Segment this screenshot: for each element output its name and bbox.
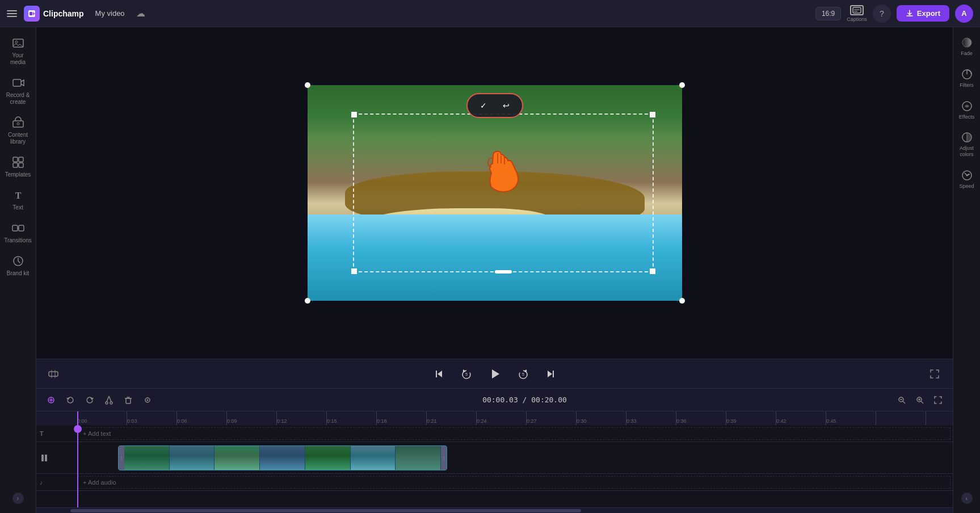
timeline-timecode: 00:00.03 / 00:20.00	[159, 396, 890, 404]
outer-handle-tl[interactable]	[305, 82, 310, 88]
cursor-hand	[483, 142, 523, 193]
svg-point-44	[147, 399, 149, 401]
timeline-cut-button[interactable]	[101, 392, 117, 408]
forward-5-button[interactable]: 5	[513, 364, 533, 384]
clip-handle-left[interactable]: ⋮	[119, 446, 124, 470]
record-icon	[11, 76, 25, 90]
timeline-delete-button[interactable]	[120, 392, 136, 408]
crop-confirm-button[interactable]: ✓	[476, 98, 491, 113]
timeline-fit-button[interactable]	[930, 392, 946, 408]
sidebar-label-text: Text	[12, 204, 23, 211]
svg-marker-36	[90, 398, 94, 400]
track-pause-icon[interactable]	[40, 453, 49, 462]
sidebar-item-templates[interactable]: Templates	[2, 151, 34, 183]
sidebar-item-your-media[interactable]: Your media	[2, 32, 34, 70]
add-audio-button[interactable]: + Add audio	[78, 476, 950, 489]
svg-rect-9	[13, 121, 23, 127]
svg-rect-11	[13, 157, 18, 162]
outer-handle-br[interactable]	[679, 298, 685, 304]
clip-handle-right[interactable]: ⋮	[441, 446, 447, 470]
sidebar-item-brand-kit[interactable]: Brand kit	[2, 250, 34, 281]
svg-point-38	[110, 402, 112, 404]
fullscreen-button[interactable]	[926, 365, 944, 383]
svg-point-37	[106, 402, 108, 404]
help-button[interactable]: ?	[873, 5, 891, 23]
playback-left	[45, 366, 61, 382]
app-name: Clipchamp	[43, 9, 84, 18]
sidebar-label-record-create: Record & create	[5, 92, 32, 106]
timeline-scrollbar[interactable]	[36, 507, 953, 513]
right-tool-effects[interactable]: Effects	[956, 95, 978, 125]
svg-rect-41	[126, 398, 131, 403]
sidebar-item-transitions[interactable]: Transitions	[2, 217, 34, 249]
topbar-left: Clipchamp My video ☁	[7, 6, 809, 22]
outer-handle-tr[interactable]	[679, 82, 685, 88]
export-button[interactable]: Export	[897, 5, 949, 22]
center-area: ✓ ↩	[36, 27, 953, 513]
play-button[interactable]	[483, 363, 506, 385]
crop-reset-button[interactable]: ↩	[498, 98, 514, 113]
timeline-area: 00:00.03 / 00:20.00	[36, 388, 953, 513]
timeline-redo-button[interactable]	[82, 392, 98, 408]
colors-label: Adjust colors	[958, 145, 976, 158]
timeline-magnetize-button[interactable]	[43, 392, 59, 408]
speed-label: Speed	[959, 183, 974, 190]
right-tool-filters[interactable]: Filters	[956, 64, 978, 93]
transitions-icon	[11, 221, 25, 235]
trim-button[interactable]	[45, 366, 61, 382]
captions-button[interactable]: Captions	[847, 5, 867, 22]
right-tool-fade[interactable]: Fade	[956, 32, 978, 61]
svg-rect-12	[19, 157, 23, 162]
sidebar-item-record-create[interactable]: Record & create	[2, 72, 34, 110]
sidebar-expand-button[interactable]: ›	[12, 493, 24, 504]
svg-rect-1	[30, 12, 32, 15]
svg-line-39	[107, 396, 109, 402]
effects-label: Effects	[959, 114, 974, 120]
outer-handle-bl[interactable]	[305, 298, 310, 304]
svg-marker-32	[548, 371, 552, 377]
user-avatar[interactable]: A	[955, 5, 973, 23]
video-clip[interactable]: ⋮ ⋮	[118, 445, 447, 470]
fade-label: Fade	[961, 51, 973, 57]
video-title[interactable]: My video	[90, 7, 131, 20]
svg-rect-13	[13, 163, 18, 167]
timeline-zoom-in-button[interactable]	[912, 392, 928, 408]
rewind-5-button[interactable]: 5	[456, 364, 477, 384]
svg-marker-25	[438, 371, 442, 377]
add-text-button[interactable]: + Add text	[78, 427, 950, 440]
video-water	[308, 215, 682, 301]
filters-icon	[961, 68, 973, 81]
svg-rect-14	[19, 163, 23, 167]
timeline-playhead	[77, 411, 78, 425]
export-icon	[906, 10, 914, 18]
svg-point-54	[962, 38, 971, 47]
svg-line-40	[109, 396, 111, 402]
svg-rect-3	[853, 7, 861, 13]
timeline-zoom-out-button[interactable]	[894, 392, 910, 408]
right-tool-adjust-colors[interactable]: Adjust colors	[956, 127, 978, 162]
audio-track-row: ♪ + Add audio	[36, 474, 953, 491]
logo-icon	[24, 6, 40, 22]
topbar-right: 16:9 Captions ? Export A	[815, 5, 973, 23]
aspect-ratio-badge[interactable]: 16:9	[815, 7, 841, 20]
text-track-row: T + Add text	[36, 425, 953, 442]
timeline-undo-button[interactable]	[62, 392, 78, 408]
sidebar-item-content-library[interactable]: Content library	[2, 111, 34, 150]
timeline-scrollbar-thumb[interactable]	[70, 509, 581, 512]
skip-back-button[interactable]	[429, 364, 449, 384]
effects-icon	[961, 100, 973, 112]
speed-icon	[961, 169, 973, 182]
main-area: Your media Record & create Content libr	[0, 27, 980, 513]
right-sidebar-collapse[interactable]: ‹	[961, 493, 973, 504]
cloud-sync-icon: ☁	[136, 8, 145, 19]
sidebar-label-brand-kit: Brand kit	[7, 270, 29, 277]
playback-controls: 5 5	[36, 359, 953, 388]
timeline-audio-button[interactable]	[140, 392, 155, 408]
svg-rect-17	[19, 225, 24, 231]
skip-forward-button[interactable]	[540, 364, 561, 384]
playback-right	[926, 365, 944, 383]
right-tool-speed[interactable]: Speed	[956, 165, 978, 194]
sidebar-item-text[interactable]: T Text	[2, 184, 34, 216]
hamburger-menu[interactable]	[7, 8, 18, 19]
svg-rect-53	[45, 455, 47, 461]
